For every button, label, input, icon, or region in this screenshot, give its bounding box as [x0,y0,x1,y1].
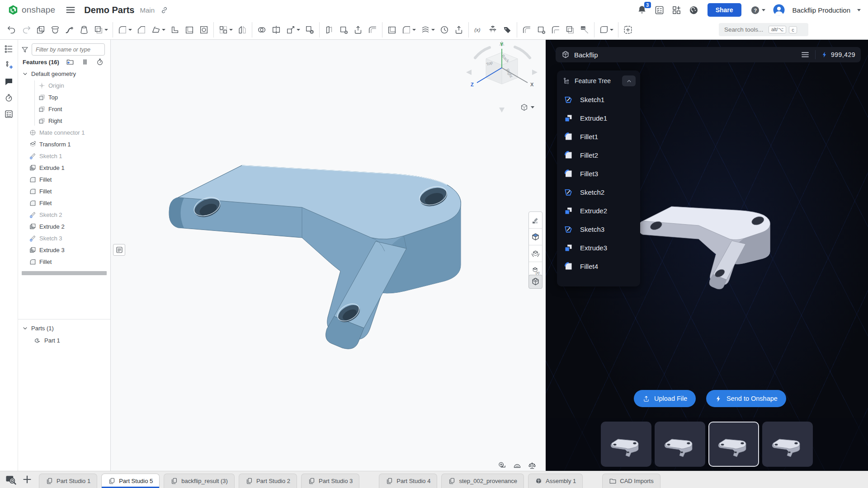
toolbar-history-button[interactable] [438,22,451,38]
comment-icon-comments[interactable] [4,77,14,86]
feature-row-sketch-2[interactable]: Sketch 2 [18,209,110,221]
toolbar-tag-button[interactable] [500,22,514,38]
share-link-icon[interactable] [160,6,169,14]
notifications-button[interactable]: 3 [637,5,647,15]
backflip-feature-row-extrude1[interactable]: Extrude1 [557,109,640,127]
result-thumbnail[interactable] [708,422,759,467]
feature-row-default-geometry[interactable]: Default geometry [18,68,110,80]
learning-center-icon[interactable] [689,5,699,15]
element-tab-cad-imports[interactable]: CAD Imports [602,474,660,488]
toolbar-variable-button[interactable]: (x) [468,22,485,38]
toolbar-fillet-button[interactable] [113,22,134,38]
toolbar-import-derived-button[interactable] [452,22,466,38]
toolbar-hole-button[interactable] [197,22,211,38]
toolbar-thicken-button[interactable] [92,22,110,38]
toolbar-draft-button[interactable] [149,22,167,38]
toolbar-sheet-metal-corner-button[interactable] [563,22,577,38]
main-menu-icon[interactable] [65,5,76,15]
stopwatch-icon-history[interactable] [4,93,14,103]
account-chevron-icon[interactable] [857,9,861,11]
protractor-icon[interactable] [513,461,522,470]
backflip-feature-row-extrude2[interactable]: Extrude2 [557,202,640,220]
backflip-panel-toggle[interactable] [528,275,542,289]
mass-properties-icon[interactable] [528,461,537,470]
toolbar-revolve-button[interactable] [48,22,62,38]
tape-measure-icon[interactable] [498,461,507,470]
filter-icon[interactable] [21,46,29,54]
toolbar-replace-face-button[interactable] [366,22,379,38]
toolbar-rib-button[interactable] [168,22,182,38]
regenerate-icon[interactable] [96,58,104,66]
feature-row-front[interactable]: Front [18,103,110,115]
search-tools-box[interactable]: alt/⌥ c [719,23,808,36]
toolbar-extrude-button[interactable] [34,22,47,38]
toolbar-instances-button[interactable] [486,22,500,38]
element-tab-part-studio-5[interactable]: Part Studio 5 [101,474,160,488]
feature-row-extrude-1[interactable]: Extrude 1 [18,162,110,174]
toolbar-move-face-button[interactable] [351,22,365,38]
toolbar-helix-button[interactable] [419,22,437,38]
toolbar-mirror-button[interactable] [236,22,249,38]
feature-row-fillet[interactable]: Fillet [18,185,110,197]
feature-row-sketch-1[interactable]: Sketch 1 [18,150,110,162]
backflip-feature-row-fillet4[interactable]: Fillet4 [557,257,640,276]
toolbar-delete-part-button[interactable] [303,22,316,38]
feature-row-mate-connector-1[interactable]: Mate connector 1 [18,127,110,138]
feature-row-fillet[interactable]: Fillet [18,256,110,267]
toolbar-finish-part-button[interactable] [594,22,615,38]
toolbar-boolean-button[interactable] [252,22,269,38]
element-tab-part-studio-3[interactable]: Part Studio 3 [301,474,359,488]
parts-group-row[interactable]: Parts (1) [18,322,110,334]
toolbar-loft-button[interactable] [77,22,91,38]
feature-row-fillet[interactable]: Fillet [18,197,110,209]
backflip-feature-row-fillet1[interactable]: Fillet1 [557,127,640,146]
toolbar-sheet-metal-flange-button[interactable] [549,22,562,38]
feature-row-fillet[interactable]: Fillet [18,174,110,185]
explode-view-button[interactable] [529,245,542,262]
backflip-feature-row-sketch3[interactable]: Sketch3 [557,220,640,239]
apps-icon[interactable] [671,5,682,15]
element-tab-assembly-1[interactable]: Assembly 1 [528,474,583,488]
feature-row-right[interactable]: Right [18,115,110,127]
appearance-button[interactable] [529,212,542,229]
rollback-bar[interactable] [22,271,107,275]
result-thumbnail[interactable] [601,422,651,467]
feature-row-top[interactable]: Top [18,91,110,103]
feature-dialog-flyout-button[interactable] [113,244,125,256]
feature-row-sketch-3[interactable]: Sketch 3 [18,232,110,244]
treelist-icon-feature-list[interactable] [4,44,14,54]
send-to-onshape-button[interactable]: Send to Onshape [706,390,786,407]
backflip-feature-row-sketch2[interactable]: Sketch2 [557,183,640,202]
toolbar-fill-button[interactable] [319,22,336,38]
feature-row-extrude-3[interactable]: Extrude 3 [18,244,110,256]
collapse-tree-button[interactable] [622,75,636,86]
element-tab-backflip-result-3[interactable]: backflip_result (3) [164,474,235,488]
toolbar-boundary-surface-button[interactable] [400,22,418,38]
share-button[interactable]: Share [708,3,741,17]
tasks-icon-bill-of-materials[interactable] [4,109,14,119]
suppress-icon[interactable] [81,58,89,66]
backflip-menu-icon[interactable] [801,50,810,59]
toolbar-transform-button[interactable] [284,22,302,38]
part-row[interactable]: Part 1 [18,334,110,346]
toolbar-sweep-button[interactable] [63,22,76,38]
backflip-feature-row-fillet2[interactable]: Fillet2 [557,146,640,164]
section-view-button[interactable] [529,229,542,245]
avatar[interactable] [772,3,786,17]
onshape-logo[interactable]: onshape [7,4,55,16]
toolbar-shell-button[interactable] [183,22,196,38]
result-thumbnail[interactable] [762,422,813,467]
toolbar-offset-surface-button[interactable] [382,22,399,38]
search-tools-input[interactable] [724,26,766,33]
toolbar-select-tools-button[interactable] [618,22,635,38]
new-folder-icon[interactable] [66,58,74,66]
toolbar-sheet-metal-model-button[interactable] [517,22,533,38]
shaded-view-dropdown[interactable] [520,103,534,112]
upload-file-button[interactable]: Upload File [634,390,696,407]
add-element-icon[interactable] [22,474,33,485]
element-tab-part-studio-1[interactable]: Part Studio 1 [39,474,97,488]
result-thumbnail[interactable] [655,422,705,467]
toolbar-redo-button[interactable] [19,22,33,38]
element-tab-part-studio-2[interactable]: Part Studio 2 [239,474,297,488]
toolbar-split-button[interactable] [269,22,283,38]
